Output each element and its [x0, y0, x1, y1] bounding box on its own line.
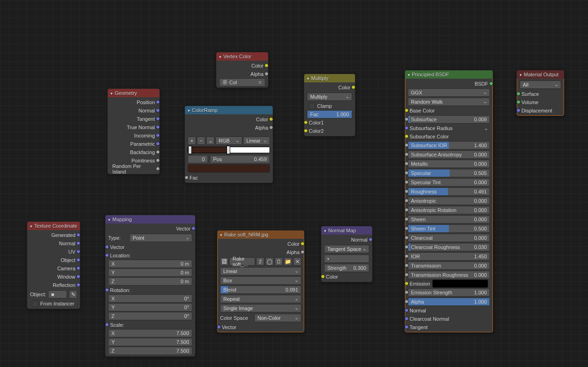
- socket-out[interactable]: [156, 100, 160, 104]
- from-instancer-checkbox[interactable]: From Instancer: [29, 299, 78, 308]
- specular-tint-slider[interactable]: Specular Tint0.000: [408, 178, 490, 187]
- users-button[interactable]: 2: [256, 257, 264, 266]
- colorspace-select[interactable]: Non-Color: [254, 314, 301, 322]
- socket-in[interactable]: [321, 274, 325, 279]
- socket-in[interactable]: [404, 281, 409, 286]
- collapse-icon[interactable]: [188, 107, 190, 113]
- socket-in[interactable]: [516, 92, 521, 96]
- blend-slider[interactable]: Blend0.091: [220, 286, 301, 294]
- image-browse-icon[interactable]: 🖼: [220, 257, 228, 266]
- socket-in[interactable]: [404, 143, 409, 147]
- unlink-icon[interactable]: ✕: [293, 257, 301, 266]
- socket-in[interactable]: [404, 134, 409, 138]
- socket-in[interactable]: [404, 189, 409, 193]
- node-header[interactable]: Normal Map: [321, 226, 372, 235]
- node-header[interactable]: Vertex Color: [216, 52, 268, 61]
- new-image-icon[interactable]: 🗋: [275, 257, 283, 266]
- collapse-icon[interactable]: [30, 223, 32, 229]
- socket-out[interactable]: [269, 117, 273, 121]
- roughness-slider[interactable]: Roughness0.491: [408, 187, 490, 196]
- axis-Y[interactable]: Y7.500: [108, 338, 192, 346]
- interp-mode-select[interactable]: RGB: [215, 137, 242, 145]
- socket-in[interactable]: [404, 152, 409, 156]
- specular-slider[interactable]: Specular0.505: [408, 169, 490, 177]
- strength-value[interactable]: Strength0.300: [324, 264, 369, 272]
- socket-out[interactable]: [300, 250, 305, 254]
- node-normal-map[interactable]: Normal Map Normal Tangent Space • Streng…: [321, 226, 373, 282]
- collapse-icon[interactable]: [408, 72, 410, 77]
- socket-in[interactable]: [404, 290, 409, 294]
- collapse-icon[interactable]: [324, 228, 326, 233]
- socket-out[interactable]: [156, 108, 160, 112]
- sheen-slider[interactable]: Sheen0.000: [408, 215, 490, 224]
- socket-in[interactable]: [404, 108, 409, 112]
- socket-out[interactable]: [300, 242, 305, 246]
- socket-in[interactable]: [404, 171, 409, 175]
- clearcoat-roughness-slider[interactable]: Clearcoat Roughness0.030: [408, 243, 490, 251]
- socket-out[interactable]: [76, 274, 80, 279]
- node-vertex-color[interactable]: Vertex Color Color Alpha ⦿ Col ✕: [216, 52, 269, 88]
- socket-in[interactable]: [105, 253, 109, 257]
- collapse-icon[interactable]: [220, 232, 222, 237]
- subsurface-method-select[interactable]: Random Walk: [408, 98, 490, 106]
- interpolation-select[interactable]: Linear: [220, 267, 301, 275]
- node-header[interactable]: Multiply: [304, 74, 355, 82]
- socket-in[interactable]: [184, 175, 189, 180]
- alpha-slider[interactable]: Alpha1.000: [408, 298, 490, 306]
- node-header[interactable]: Material Output: [517, 70, 564, 79]
- node-image-texture[interactable]: Rake soft_NRM.jpg Color Alpha 🖼 Rake sof…: [217, 230, 305, 333]
- collapse-icon[interactable]: [110, 90, 113, 96]
- socket-in[interactable]: [404, 162, 409, 166]
- subsurface-ior-slider[interactable]: Subsurface IOR1.400: [408, 141, 490, 149]
- mapping-type-select[interactable]: Point: [129, 234, 192, 242]
- sheen-tint-slider[interactable]: Sheen Tint0.500: [408, 224, 490, 233]
- collapse-icon[interactable]: [520, 72, 522, 77]
- distribution-select[interactable]: GGX: [408, 88, 490, 97]
- node-geometry[interactable]: Geometry Position Normal Tangent True No…: [107, 88, 160, 174]
- axis-Y[interactable]: Y0°: [108, 303, 192, 311]
- emission-strength-value[interactable]: Emission Strength1.000: [408, 288, 490, 297]
- chevron-down-icon[interactable]: ⌄: [484, 125, 488, 131]
- add-stop-button[interactable]: +: [188, 137, 196, 145]
- axis-Y[interactable]: Y0 m: [108, 268, 192, 277]
- node-texture-coordinate[interactable]: Texture Coordinate Generated Normal UV O…: [27, 221, 80, 309]
- transmission-slider[interactable]: Transmission0.000: [408, 261, 490, 270]
- socket-out[interactable]: [76, 283, 80, 287]
- socket-in[interactable]: [404, 117, 409, 121]
- node-header[interactable]: Rake soft_NRM.jpg: [217, 230, 304, 239]
- interp-type-select[interactable]: Linear: [243, 137, 270, 145]
- socket-out[interactable]: [351, 85, 355, 89]
- socket-in[interactable]: [404, 317, 409, 321]
- transmission-roughness-slider[interactable]: Transmission Roughness0.000: [408, 271, 490, 279]
- vertex-color-field[interactable]: ⦿ Col ✕: [219, 78, 265, 87]
- eyedropper-icon[interactable]: ✎: [69, 290, 77, 299]
- socket-in[interactable]: [404, 273, 409, 277]
- collapse-icon[interactable]: [219, 54, 221, 59]
- socket-in[interactable]: [404, 226, 409, 230]
- clearcoat-slider[interactable]: Clearcoat0.000: [408, 234, 490, 242]
- open-image-icon[interactable]: 📁: [284, 257, 292, 266]
- socket-out[interactable]: [76, 266, 80, 270]
- socket-in[interactable]: [516, 108, 521, 112]
- socket-in[interactable]: [404, 308, 409, 312]
- socket-out[interactable]: [156, 133, 160, 137]
- socket-in[interactable]: [404, 245, 409, 249]
- fac-slider[interactable]: Fac1.000: [307, 110, 352, 118]
- socket-in[interactable]: [404, 299, 409, 304]
- uvmap-field[interactable]: •: [324, 255, 369, 263]
- socket-out[interactable]: [76, 241, 80, 245]
- collapse-icon[interactable]: [108, 217, 110, 222]
- stop-color-swatch[interactable]: [188, 164, 270, 173]
- socket-out[interactable]: [156, 158, 160, 162]
- socket-in[interactable]: [516, 100, 521, 104]
- socket-in[interactable]: [404, 263, 409, 267]
- collapse-icon[interactable]: [307, 75, 309, 81]
- color-stop[interactable]: [188, 146, 192, 154]
- axis-Z[interactable]: Z7.500: [108, 347, 192, 355]
- node-header[interactable]: Principled BSDF: [405, 70, 493, 79]
- subsurface-slider[interactable]: Subsurface0.008: [408, 115, 490, 124]
- space-select[interactable]: Tangent Space: [324, 245, 369, 253]
- socket-out[interactable]: [264, 72, 269, 76]
- stop-index[interactable]: 0: [188, 155, 208, 163]
- socket-out[interactable]: [156, 167, 160, 171]
